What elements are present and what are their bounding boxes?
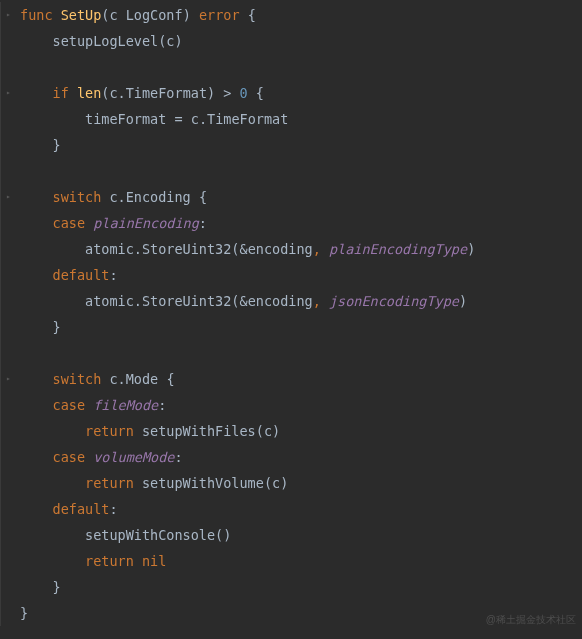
const-plainEncodingType: plainEncodingType: [329, 241, 467, 257]
const-jsonEncodingType: jsonEncodingType: [329, 293, 459, 309]
code-line[interactable]: }: [4, 132, 582, 158]
code-line[interactable]: case volumeMode:: [4, 444, 582, 470]
pkg: atomic: [85, 241, 134, 257]
code-line[interactable]: [4, 340, 582, 366]
arg: c: [272, 475, 280, 491]
keyword-func: func: [20, 7, 53, 23]
const-fileMode: fileMode: [93, 397, 158, 413]
method: StoreUint32: [142, 293, 231, 309]
field: Mode: [126, 371, 159, 387]
code-line[interactable]: ▸ switch c.Mode {: [4, 366, 582, 392]
code-line[interactable]: setupLogLevel(c): [4, 28, 582, 54]
keyword-switch: switch: [53, 189, 102, 205]
fold-marker[interactable]: ▸: [6, 80, 11, 106]
arg: c: [264, 423, 272, 439]
code-line[interactable]: case plainEncoding:: [4, 210, 582, 236]
code-line[interactable]: return nil: [4, 548, 582, 574]
keyword-if: if: [53, 85, 69, 101]
code-line[interactable]: atomic.StoreUint32(&encoding, plainEncod…: [4, 236, 582, 262]
keyword-return: return: [85, 475, 134, 491]
code-line[interactable]: setupWithConsole(): [4, 522, 582, 548]
arg: encoding: [248, 293, 313, 309]
keyword-return: return: [85, 423, 134, 439]
param-name: c: [109, 7, 117, 23]
func-call: setupWithFiles: [142, 423, 256, 439]
code-line[interactable]: ▸func SetUp(c LogConf) error {: [4, 2, 582, 28]
keyword-switch: switch: [53, 371, 102, 387]
fold-marker[interactable]: ▸: [6, 2, 11, 28]
expr: c: [109, 85, 117, 101]
field: TimeFormat: [126, 85, 207, 101]
keyword-case: case: [53, 449, 86, 465]
func-name: SetUp: [61, 7, 102, 23]
code-line[interactable]: timeFormat = c.TimeFormat: [4, 106, 582, 132]
code-editor[interactable]: ▸func SetUp(c LogConf) error { setupLogL…: [0, 2, 582, 626]
param-type: LogConf: [126, 7, 183, 23]
code-line[interactable]: case fileMode:: [4, 392, 582, 418]
expr: c: [109, 189, 117, 205]
keyword-case: case: [53, 215, 86, 231]
fold-marker[interactable]: ▸: [6, 366, 11, 392]
code-line[interactable]: [4, 54, 582, 80]
keyword-case: case: [53, 397, 86, 413]
field: TimeFormat: [207, 111, 288, 127]
number-zero: 0: [240, 85, 248, 101]
field: Encoding: [126, 189, 191, 205]
code-line[interactable]: ▸ if len(c.TimeFormat) > 0 {: [4, 80, 582, 106]
code-line[interactable]: default:: [4, 262, 582, 288]
keyword-default: default: [53, 501, 110, 517]
const-volumeMode: volumeMode: [93, 449, 174, 465]
var-name: timeFormat: [85, 111, 166, 127]
pkg: atomic: [85, 293, 134, 309]
func-call: setupWithConsole: [85, 527, 215, 543]
code-line[interactable]: }: [4, 314, 582, 340]
keyword-nil: nil: [142, 553, 166, 569]
code-line[interactable]: }: [4, 574, 582, 600]
arg: encoding: [248, 241, 313, 257]
code-line[interactable]: return setupWithFiles(c): [4, 418, 582, 444]
expr: c: [109, 371, 117, 387]
return-type: error: [199, 7, 240, 23]
method: StoreUint32: [142, 241, 231, 257]
code-line[interactable]: return setupWithVolume(c): [4, 470, 582, 496]
func-call: setupWithVolume: [142, 475, 264, 491]
code-line[interactable]: [4, 158, 582, 184]
expr: c: [191, 111, 199, 127]
keyword-return: return: [85, 553, 134, 569]
code-line[interactable]: ▸ switch c.Encoding {: [4, 184, 582, 210]
code-line[interactable]: atomic.StoreUint32(&encoding, jsonEncodi…: [4, 288, 582, 314]
builtin-len: len: [77, 85, 101, 101]
const-plainEncoding: plainEncoding: [93, 215, 199, 231]
func-call: setupLogLevel: [53, 33, 159, 49]
code-line[interactable]: default:: [4, 496, 582, 522]
keyword-default: default: [53, 267, 110, 283]
watermark-text: @稀土掘金技术社区: [486, 607, 576, 633]
fold-marker[interactable]: ▸: [6, 184, 11, 210]
